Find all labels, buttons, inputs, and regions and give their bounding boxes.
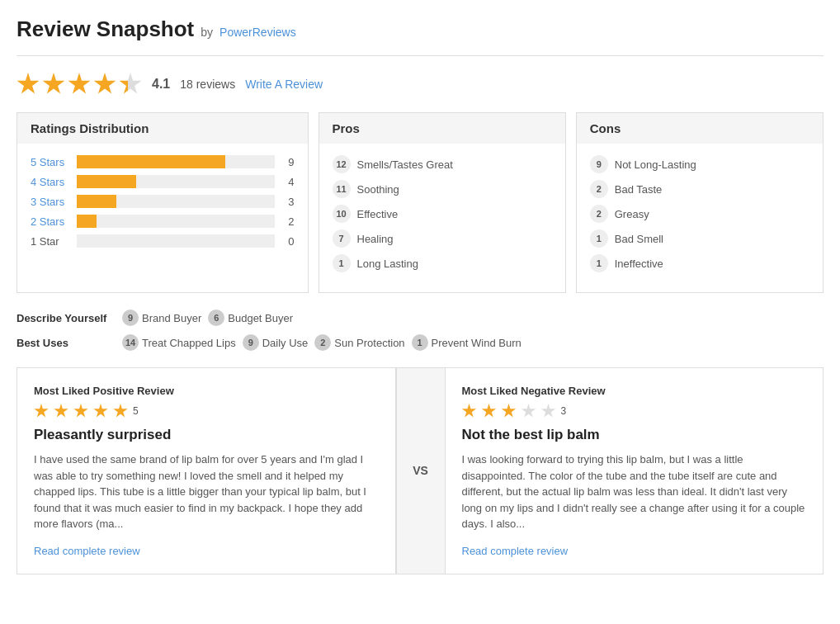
star-5 bbox=[119, 73, 142, 96]
bar-bg-4 bbox=[77, 175, 275, 188]
bar-count-4: 4 bbox=[281, 176, 295, 188]
pros-panel-title: Pros bbox=[319, 113, 565, 144]
tag-treat-chapped: 14 Treat Chapped Lips bbox=[122, 334, 236, 351]
star-4 bbox=[93, 73, 116, 96]
tag-prevent-wind: 1 Prevent Wind Burn bbox=[412, 334, 521, 351]
con-label-5: Ineffective bbox=[615, 258, 663, 270]
cons-panel: Cons 9 Not Long-Lasting 2 Bad Taste 2 Gr… bbox=[576, 112, 823, 293]
star-1 bbox=[17, 73, 40, 96]
tag-label-sun: Sun Protection bbox=[334, 337, 404, 349]
con-row-1: 9 Not Long-Lasting bbox=[590, 155, 809, 173]
pos-star-4 bbox=[93, 404, 108, 418]
negative-review-text: I was looking forward to trying this lip… bbox=[462, 451, 807, 532]
star-3 bbox=[68, 73, 91, 96]
pro-label-4: Healing bbox=[357, 233, 394, 245]
bar-row-3: 3 Stars 3 bbox=[31, 195, 295, 208]
bar-label-3[interactable]: 3 Stars bbox=[31, 196, 70, 208]
tag-badge-treat: 14 bbox=[122, 334, 139, 351]
pro-row-2: 11 Soothing bbox=[333, 180, 552, 198]
positive-star-count: 5 bbox=[133, 405, 139, 417]
positive-read-link[interactable]: Read complete review bbox=[34, 545, 140, 557]
tag-badge-brand: 9 bbox=[122, 310, 139, 326]
bar-count-3: 3 bbox=[281, 196, 295, 208]
pro-label-1: Smells/Tastes Great bbox=[357, 158, 453, 171]
con-badge-5: 1 bbox=[590, 254, 608, 272]
bar-fill-3 bbox=[77, 195, 116, 208]
bar-count-5: 9 bbox=[281, 156, 295, 168]
con-badge-3: 2 bbox=[590, 205, 608, 223]
con-row-5: 1 Ineffective bbox=[590, 254, 809, 272]
tag-label-daily: Daily Use bbox=[262, 337, 309, 349]
con-badge-2: 2 bbox=[590, 180, 608, 198]
bar-row-1: 1 Star 0 bbox=[31, 234, 295, 248]
tag-badge-daily: 9 bbox=[243, 334, 259, 351]
negative-review-type: Most Liked Negative Review bbox=[462, 385, 807, 397]
con-label-4: Bad Smell bbox=[615, 233, 663, 245]
bar-fill-4 bbox=[77, 175, 136, 188]
star-2 bbox=[42, 73, 65, 96]
pro-row-1: 12 Smells/Tastes Great bbox=[333, 155, 552, 173]
tag-label-treat: Treat Chapped Lips bbox=[142, 337, 236, 349]
write-review-link[interactable]: Write A Review bbox=[245, 78, 323, 91]
tag-label-wind: Prevent Wind Burn bbox=[432, 337, 521, 349]
positive-review-text: I have used the same brand of lip balm f… bbox=[34, 451, 379, 532]
best-uses-row: Best Uses 14 Treat Chapped Lips 9 Daily … bbox=[17, 334, 823, 351]
neg-star-4 bbox=[521, 404, 536, 418]
pro-label-3: Effective bbox=[357, 208, 399, 220]
pro-row-3: 10 Effective bbox=[333, 205, 552, 223]
con-row-4: 1 Bad Smell bbox=[590, 229, 809, 248]
con-label-1: Not Long-Lasting bbox=[615, 158, 696, 171]
bar-row-5: 5 Stars 9 bbox=[31, 155, 295, 168]
pos-star-5 bbox=[113, 404, 128, 418]
pro-badge-1: 12 bbox=[333, 155, 351, 173]
bar-fill-5 bbox=[77, 155, 225, 168]
negative-review-card: Most Liked Negative Review 3 Not the bes… bbox=[446, 368, 823, 574]
powerreviews-brand: PowerReviews bbox=[219, 26, 296, 39]
positive-review-stars: 5 bbox=[34, 404, 379, 418]
tag-brand-buyer: 9 Brand Buyer bbox=[122, 310, 201, 326]
describe-yourself-row: Describe Yourself 9 Brand Buyer 6 Budget… bbox=[17, 310, 823, 326]
vs-divider: VS bbox=[396, 368, 446, 574]
ratings-distribution-panel: Ratings Distribution 5 Stars 9 4 Stars 4… bbox=[17, 112, 309, 293]
pro-row-4: 7 Healing bbox=[333, 229, 552, 248]
pos-star-1 bbox=[34, 404, 49, 418]
rating-row: 4.1 18 reviews Write A Review bbox=[17, 73, 823, 96]
positive-review-type: Most Liked Positive Review bbox=[34, 385, 379, 397]
negative-read-link[interactable]: Read complete review bbox=[462, 545, 569, 557]
bar-count-2: 2 bbox=[281, 215, 295, 228]
ratings-panel-title: Ratings Distribution bbox=[17, 113, 308, 144]
con-badge-1: 9 bbox=[590, 155, 608, 173]
bar-label-4[interactable]: 4 Stars bbox=[31, 176, 70, 188]
pos-star-2 bbox=[54, 404, 68, 418]
review-count: 18 reviews bbox=[180, 78, 235, 91]
by-text: by bbox=[201, 26, 213, 39]
header: Review Snapshot by PowerReviews bbox=[17, 17, 823, 56]
neg-star-3 bbox=[502, 404, 517, 418]
pro-badge-3: 10 bbox=[333, 205, 351, 223]
con-row-2: 2 Bad Taste bbox=[590, 180, 809, 198]
con-row-3: 2 Greasy bbox=[590, 205, 809, 223]
rating-score: 4.1 bbox=[152, 77, 170, 92]
tag-sun-protection: 2 Sun Protection bbox=[314, 334, 404, 351]
bar-bg-2 bbox=[77, 215, 275, 228]
con-label-3: Greasy bbox=[615, 208, 649, 220]
pro-label-2: Soothing bbox=[357, 183, 399, 196]
bar-label-1: 1 Star bbox=[31, 235, 70, 248]
tag-badge-sun: 2 bbox=[314, 334, 331, 351]
bar-label-2[interactable]: 2 Stars bbox=[31, 215, 70, 228]
tag-badge-budget: 6 bbox=[208, 310, 224, 326]
negative-star-count: 3 bbox=[561, 405, 567, 417]
neg-star-1 bbox=[462, 404, 477, 418]
pro-badge-4: 7 bbox=[333, 229, 351, 248]
positive-review-title: Pleasantly surprised bbox=[34, 427, 379, 443]
bar-fill-2 bbox=[77, 215, 97, 228]
bar-row-2: 2 Stars 2 bbox=[31, 215, 295, 228]
tag-label-budget: Budget Buyer bbox=[228, 312, 293, 324]
star-display bbox=[17, 73, 142, 96]
rating-bars: 5 Stars 9 4 Stars 4 3 Stars 3 2 Stars 2 … bbox=[31, 155, 295, 248]
pro-row-5: 1 Long Lasting bbox=[333, 254, 552, 272]
describe-yourself-label: Describe Yourself bbox=[17, 312, 116, 324]
best-uses-label: Best Uses bbox=[17, 337, 116, 349]
bar-label-5[interactable]: 5 Stars bbox=[31, 156, 70, 168]
tag-badge-wind: 1 bbox=[412, 334, 428, 351]
